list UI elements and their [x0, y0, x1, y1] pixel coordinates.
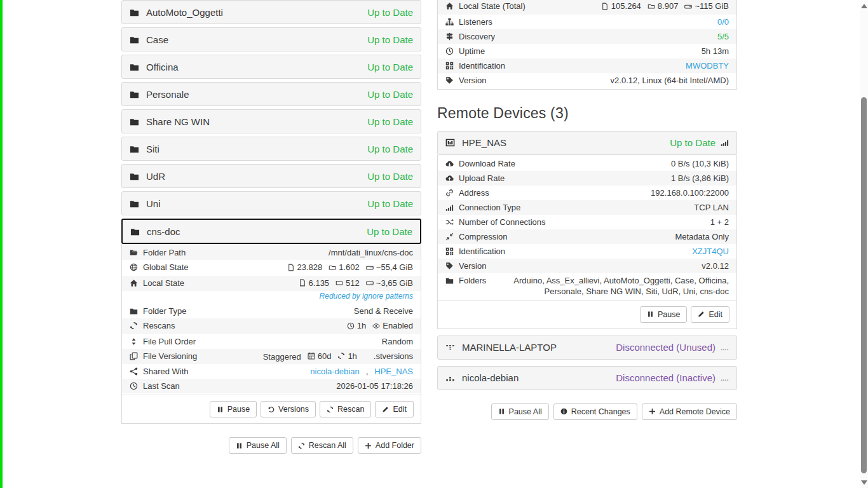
versions-button[interactable]: Versions [261, 401, 316, 417]
value-text: 1h [348, 351, 356, 362]
detail-label-text: Local State (Total) [459, 1, 526, 11]
recent-changes-button[interactable]: Recent Changes [553, 403, 637, 420]
detail-row-discovery: Discovery5/5 [438, 29, 736, 44]
folder-item-uni-name: Uni [146, 198, 161, 209]
folder-icon [130, 307, 138, 315]
folder-item-automoto-oggetti[interactable]: AutoMoto_OggettiUp to Date [121, 0, 421, 24]
device-item-marinella-laptop-name: MARINELLA-LAPTOP [462, 342, 557, 353]
folder-panel-share-ng-win: Share NG WINUp to Date [121, 109, 421, 133]
value-text: 8.907 [658, 1, 679, 11]
status-badge: Disconnected (Unused) [616, 342, 729, 353]
folder-item-cns-doc[interactable]: cns-docUp to Date [121, 219, 421, 244]
pause-all-button[interactable]: Pause All [229, 437, 287, 454]
nicola-debian-link[interactable]: nicola-debian [310, 366, 359, 377]
0-0-link[interactable]: 0/0 [717, 17, 729, 27]
status-badge: Up to Date [367, 34, 413, 45]
mwodbty-link[interactable]: MWODBTY [686, 60, 729, 71]
detail-label-text: Upload Rate [459, 173, 505, 184]
remote-devices-heading: Remote Devices (3) [437, 105, 737, 122]
detail-label: Folder Path [130, 247, 186, 258]
device-item-nicola-debian-name: nicola-debian [462, 372, 519, 383]
device-item-hpe-nas[interactable]: HPE_NASUp to Date [437, 131, 737, 155]
device-item-marinella-laptop[interactable]: MARINELLA-LAPTOPDisconnected (Unused) [437, 336, 737, 360]
recycle-icon [337, 352, 345, 360]
detail-value: 0 B/s (10,3 KiB) [515, 158, 729, 169]
pause-button-label: Pause [658, 310, 680, 319]
folder-item-share-ng-win[interactable]: Share NG WINUp to Date [121, 109, 421, 133]
tag-icon [445, 262, 454, 270]
xzjt4qu-link[interactable]: XZJT4QU [692, 246, 729, 257]
hpe-nas-link[interactable]: HPE_NAS [374, 366, 413, 377]
file-outline-icon [287, 264, 295, 271]
value-text: 105.264 [611, 1, 641, 11]
detail-label: File Pull Order [130, 336, 196, 347]
value-text: 1h [357, 320, 366, 331]
folder-icon [130, 62, 139, 72]
detail-row-identification: IdentificationMWODBTY [438, 58, 736, 73]
add-folder-button[interactable]: Add Folder [358, 437, 421, 454]
detail-label-text: Uptime [459, 46, 485, 57]
detail-label-text: File Versioning [143, 351, 197, 362]
5-5-link[interactable]: 5/5 [717, 31, 729, 42]
detail-row-global-state: Global State23.8281.602~55,4 GiB [130, 260, 413, 276]
rescan-button[interactable]: Rescan [320, 401, 371, 417]
detail-label: Shared With [130, 366, 189, 377]
folder-item-udr[interactable]: UdRUp to Date [121, 164, 421, 188]
detail-value: /mnt/dati_linux/cns-doc [186, 247, 413, 258]
qr-icon [445, 62, 454, 70]
device-item-nicola-debian[interactable]: nicola-debianDisconnected (Inactive) [437, 366, 737, 390]
detail-label: Version [445, 75, 486, 86]
pause-button[interactable]: Pause [210, 401, 257, 417]
detail-label: Uptime [445, 46, 485, 57]
rescan-button-label: Rescan [337, 405, 364, 414]
edit-button-label: Edit [393, 405, 407, 414]
folder-item-officina[interactable]: OfficinaUp to Date [121, 55, 421, 79]
add-remote-device-button[interactable]: Add Remote Device [642, 403, 737, 420]
folder-item-case[interactable]: CaseUp to Date [121, 27, 421, 51]
edit-button[interactable]: Edit [375, 401, 414, 417]
globe-icon [130, 263, 138, 271]
scrollbar-thumb[interactable] [861, 97, 867, 473]
value-text: v2.0.12 [702, 261, 729, 271]
folder-outline-icon [329, 264, 336, 271]
folder-item-siti[interactable]: SitiUp to Date [121, 137, 421, 161]
detail-value: TCP LAN [520, 202, 729, 213]
pause-all-button[interactable]: Pause All [491, 403, 549, 420]
detail-label-text: Compression [459, 231, 508, 242]
pause-button-label: Pause [227, 405, 250, 414]
detail-label-text: Last Scan [143, 381, 180, 391]
detail-label: Identification [445, 246, 505, 257]
folder-item-personale[interactable]: PersonaleUp to Date [121, 82, 421, 106]
value-text: 1.602 [339, 262, 360, 273]
rescan-all-button[interactable]: Rescan All [291, 437, 353, 454]
tag-icon [445, 76, 454, 85]
scrollbar-up-arrow-icon[interactable] [861, 4, 867, 8]
detail-label: Discovery [445, 31, 495, 42]
device-dots-t-icon [445, 342, 455, 352]
versions-button-label: Versions [278, 405, 309, 414]
edit-button[interactable]: Edit [691, 306, 729, 323]
detail-row-uptime: Uptime5h 13m [445, 44, 729, 58]
detail-value: MWODBTY [505, 60, 729, 71]
hdd-outline-icon [366, 264, 374, 271]
detail-label: Connection Type [445, 202, 520, 213]
folder-item-uni[interactable]: UniUp to Date [121, 191, 421, 215]
detail-label: Identification [445, 60, 505, 71]
value-text: , [366, 366, 369, 377]
pause-button[interactable]: Pause [640, 306, 687, 323]
folder-icon [130, 35, 139, 44]
scrollbar-down-arrow-icon[interactable] [861, 480, 867, 485]
detail-row-download-rate: Download Rate0 B/s (10,3 KiB) [445, 156, 729, 171]
detail-label: Local State [130, 278, 184, 288]
status-text: Up to Date [367, 198, 413, 209]
dots4-icon [721, 343, 729, 351]
pencil-icon [382, 406, 389, 413]
status-badge: Disconnected (Inactive) [616, 372, 729, 383]
folder-icon [130, 227, 140, 236]
detail-label-text: Folders [459, 275, 486, 286]
detail-value: 1 B/s (3,86 KiB) [505, 173, 729, 184]
page-scrollbar[interactable] [860, 0, 868, 488]
link-icon [445, 189, 454, 197]
shuffle-icon [445, 218, 454, 226]
devices-column: Local State (Total)105.2648.907~115 GiBL… [437, 0, 737, 420]
